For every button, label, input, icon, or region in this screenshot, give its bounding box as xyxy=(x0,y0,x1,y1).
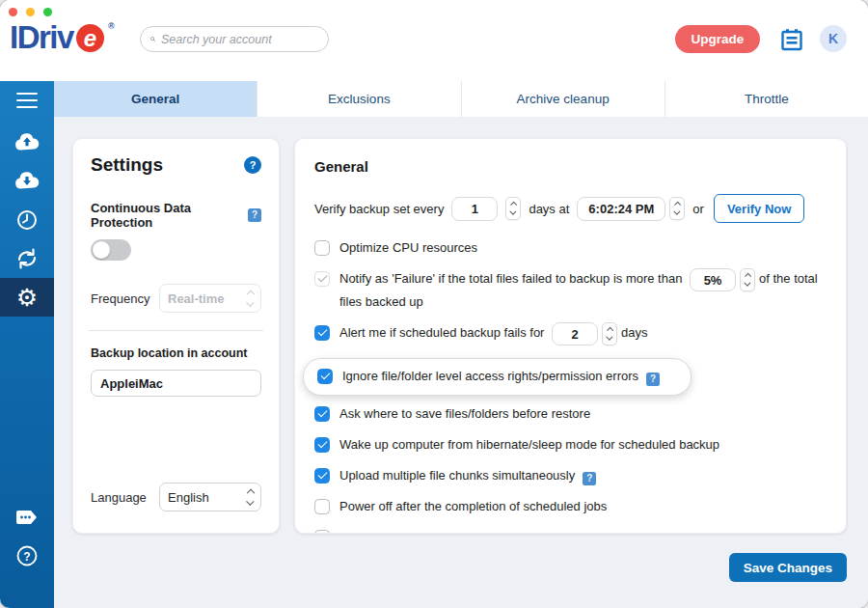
window-controls xyxy=(9,8,52,16)
tab-exclusions[interactable]: Exclusions xyxy=(258,81,461,117)
scheduler-clock-icon xyxy=(15,208,39,232)
verify-now-button[interactable]: Verify Now xyxy=(714,194,804,223)
language-dropdown[interactable]: English xyxy=(159,483,261,511)
save-changes-button[interactable]: Save Changes xyxy=(729,553,847,582)
sidebar-item-sync[interactable] xyxy=(0,239,54,278)
backup-cloud-upload-icon xyxy=(14,132,41,152)
checkbox-label: Show hidden files/folders xyxy=(339,527,479,534)
verify-time-stepper[interactable] xyxy=(669,197,685,220)
checkbox[interactable] xyxy=(314,325,330,341)
sidebar-item-help[interactable]: ? xyxy=(0,537,54,575)
checkbox-row: Show hidden files/folders xyxy=(314,529,827,534)
verify-mid-label: days at xyxy=(529,202,569,216)
settings-help-icon[interactable]: ? xyxy=(244,156,261,174)
highlighted-checkbox-row: Ignore file/folder level access rights/p… xyxy=(303,358,692,396)
activity-log-icon[interactable] xyxy=(779,27,804,52)
search-input[interactable] xyxy=(161,33,318,46)
close-window-button[interactable] xyxy=(9,8,17,16)
checkbox-row: Power off after the completion of schedu… xyxy=(314,498,827,516)
language-label: Language xyxy=(91,490,147,505)
sidebar-nav: ⚙ ? xyxy=(0,81,54,608)
tab-throttle[interactable]: Throttle xyxy=(665,81,868,117)
chevron-up-down-icon xyxy=(248,291,254,305)
frequency-value: Real-time xyxy=(168,291,225,306)
backup-location-label: Backup location in account xyxy=(91,346,261,360)
checkbox-row: Notify as 'Failure' if the total files f… xyxy=(314,270,827,312)
checkbox[interactable] xyxy=(314,406,330,422)
settings-tab-bar: General Exclusions Archive cleanup Throt… xyxy=(54,81,868,117)
svg-text:?: ? xyxy=(23,550,30,564)
language-value: English xyxy=(168,490,209,505)
top-bar: IDriv e ® Upgrade K xyxy=(0,0,868,81)
general-panel-title: General xyxy=(314,158,827,175)
checkbox-label: Optimize CPU resources xyxy=(339,237,477,258)
checkbox-label: Power off after the completion of schedu… xyxy=(339,496,607,516)
settings-panel-title: Settings xyxy=(91,154,163,176)
verify-backup-row: Verify backup set every 1 days at 6:02:2… xyxy=(314,194,827,223)
sidebar-item-settings[interactable]: ⚙ xyxy=(0,278,54,317)
checkbox-row: Upload multiple file chunks simultaneous… xyxy=(314,467,827,485)
tab-general[interactable]: General xyxy=(54,81,258,117)
general-panel: General Verify backup set every 1 days a… xyxy=(294,138,847,534)
tab-archive-cleanup[interactable]: Archive cleanup xyxy=(462,81,665,117)
checkbox-label: Ask where to save files/folders before r… xyxy=(339,403,590,424)
checkbox-row: Alert me if scheduled backup fails for 2… xyxy=(314,324,827,345)
frequency-dropdown[interactable]: Real-time xyxy=(159,284,261,313)
verify-days-stepper[interactable] xyxy=(505,197,521,220)
sidebar-item-menu[interactable] xyxy=(0,81,54,120)
search-icon xyxy=(150,33,155,45)
checkbox[interactable] xyxy=(314,468,330,484)
checkbox-label: Upload multiple file chunks simultaneous… xyxy=(339,465,596,485)
chevron-up-down-icon xyxy=(248,490,254,504)
checkbox-label: Ignore file/folder level access rights/p… xyxy=(342,366,660,386)
restore-cloud-download-icon xyxy=(14,171,41,190)
help-icon: ? xyxy=(15,544,39,567)
user-avatar[interactable]: K xyxy=(820,25,847,52)
checkbox-row: Wake up computer from hibernate/sleep mo… xyxy=(314,436,827,455)
account-search[interactable] xyxy=(140,26,329,52)
app-window: IDriv e ® Upgrade K General Exclusions A… xyxy=(0,0,868,608)
verify-time-field[interactable]: 6:02:24 PM xyxy=(577,197,665,221)
checkbox-label: Wake up computer from hibernate/sleep mo… xyxy=(339,434,719,455)
registered-trademark: ® xyxy=(108,21,115,31)
number-stepper[interactable] xyxy=(740,268,755,291)
checkbox[interactable] xyxy=(314,240,330,256)
sync-icon xyxy=(14,247,40,270)
help-icon[interactable]: ? xyxy=(646,373,660,386)
frequency-label: Frequency xyxy=(91,291,149,306)
menu-icon xyxy=(16,93,38,109)
cdp-toggle[interactable] xyxy=(91,239,131,261)
zoom-window-button[interactable] xyxy=(43,8,52,16)
backup-location-input[interactable] xyxy=(91,370,261,397)
feedback-tag-icon xyxy=(15,510,39,525)
minimize-window-button[interactable] xyxy=(26,8,35,16)
checkbox-label: Alert me if scheduled backup fails for 2… xyxy=(339,322,648,345)
idrive-logo: IDriv e ® xyxy=(10,19,115,56)
verify-pre-label: Verify backup set every xyxy=(314,202,444,216)
checkbox-row: Optimize CPU resources xyxy=(314,239,827,258)
checkbox[interactable] xyxy=(314,499,330,514)
checkbox[interactable] xyxy=(314,437,330,453)
idrive-logo-e-lock-icon: e xyxy=(74,22,106,54)
idrive-logo-text: IDriv xyxy=(10,19,73,56)
number-stepper[interactable] xyxy=(602,322,617,345)
settings-gear-icon: ⚙ xyxy=(16,286,38,310)
checkbox[interactable] xyxy=(314,530,330,535)
checkbox[interactable] xyxy=(314,271,330,287)
inline-number-field[interactable]: 2 xyxy=(552,322,598,345)
sidebar-item-feedback[interactable] xyxy=(0,498,54,537)
checkbox-row: Ask where to save files/folders before r… xyxy=(314,405,827,424)
checkbox[interactable] xyxy=(317,369,333,384)
cdp-label: Continuous Data Protection xyxy=(91,201,240,230)
checkbox-label: Notify as 'Failure' if the total files f… xyxy=(339,268,827,312)
sidebar-item-restore[interactable] xyxy=(0,161,54,200)
upgrade-button[interactable]: Upgrade xyxy=(675,25,760,53)
inline-number-field[interactable]: 5% xyxy=(690,268,736,291)
sidebar-item-scheduler[interactable] xyxy=(0,201,54,239)
cdp-help-icon[interactable]: ? xyxy=(248,208,261,222)
help-icon[interactable]: ? xyxy=(583,472,596,485)
content-area: Settings ? Continuous Data Protection ? … xyxy=(54,117,868,608)
sidebar-item-backup[interactable] xyxy=(0,123,54,161)
verify-days-field[interactable]: 1 xyxy=(451,197,498,221)
general-checkbox-list: Optimize CPU resources Notify as 'Failur… xyxy=(314,239,827,534)
